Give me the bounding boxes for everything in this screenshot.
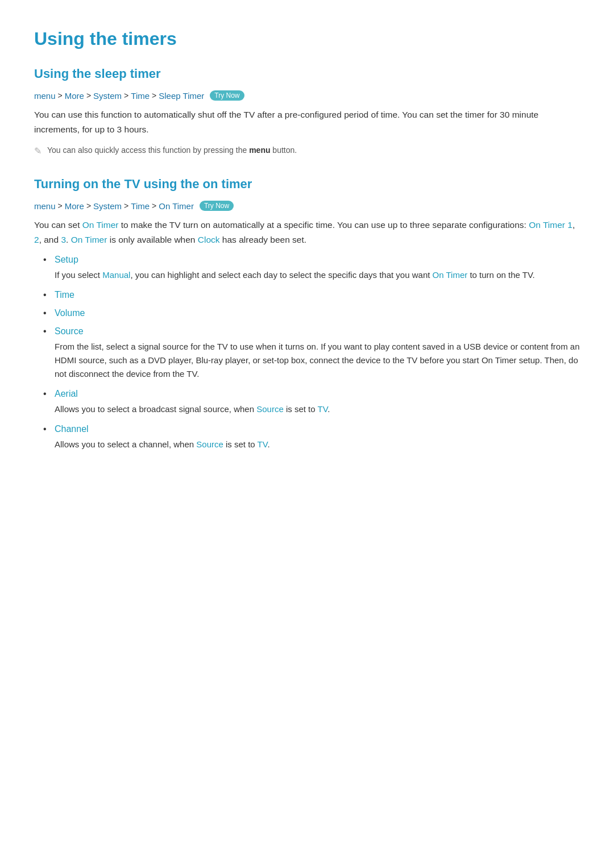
pencil-icon: ✎ [34, 146, 42, 156]
para-mid2: is only available when [107, 235, 197, 244]
aerial-desc-prefix: Allows you to select a broadcast signal … [55, 404, 256, 414]
note-text: You can also quickly access this functio… [47, 144, 297, 156]
manual-link[interactable]: Manual [102, 270, 130, 280]
clock-link[interactable]: Clock [198, 235, 220, 244]
on-timer-3-link[interactable]: 3 [61, 235, 66, 244]
list-item-setup: Setup If you select Manual, you can high… [43, 255, 580, 282]
breadcrumb-system-2[interactable]: System [93, 201, 122, 211]
on-timer-link5[interactable]: On Timer [71, 235, 107, 244]
sleep-timer-breadcrumb: menu > More > System > Time > Sleep Time… [34, 90, 580, 101]
on-timer-heading: Turning on the TV using the on timer [34, 177, 580, 192]
breadcrumb-menu[interactable]: menu [34, 91, 56, 101]
setup-desc-mid: , you can highlight and select each day … [130, 270, 432, 280]
breadcrumb-sep3-2: > [124, 201, 128, 210]
page-title: Using the timers [34, 28, 580, 49]
on-timer-1-link[interactable]: On Timer 1 [529, 220, 572, 230]
para-prefix: You can set [34, 220, 82, 230]
channel-desc-mid: is set to [223, 439, 258, 449]
try-now-badge-sleep[interactable]: Try Now [210, 90, 244, 101]
list-term-time: Time [55, 290, 74, 300]
para-dot: . [66, 235, 71, 244]
on-timer-list: Setup If you select Manual, you can high… [43, 255, 580, 451]
list-item-channel: Channel Allows you to select a channel, … [43, 424, 580, 451]
channel-source-link[interactable]: Source [196, 439, 223, 449]
list-term-aerial: Aerial [55, 389, 78, 398]
breadcrumb-sep2-2: > [86, 201, 91, 210]
list-item-volume: Volume [43, 308, 580, 318]
para-mid: to make the TV turn on automatically at … [118, 220, 529, 230]
aerial-desc-end: . [327, 404, 330, 414]
list-term-setup: Setup [55, 255, 78, 264]
para-comma1: , [572, 220, 575, 230]
note-bold: menu [249, 146, 270, 155]
para-end: has already been set. [220, 235, 307, 244]
on-timer-link1[interactable]: On Timer [82, 220, 119, 230]
breadcrumb-sep2: > [86, 91, 91, 100]
breadcrumb-sep1-2: > [58, 201, 63, 210]
breadcrumb-sep3: > [124, 91, 128, 100]
para-comma2: , and [39, 235, 61, 244]
on-timer-setup-link[interactable]: On Timer [433, 270, 468, 280]
list-desc-aerial: Allows you to select a broadcast signal … [55, 402, 580, 416]
note-suffix: button. [270, 146, 297, 155]
sleep-timer-heading: Using the sleep timer [34, 67, 580, 81]
breadcrumb-more[interactable]: More [65, 91, 84, 101]
list-item-time: Time [43, 290, 580, 300]
setup-desc-prefix: If you select [55, 270, 102, 280]
sleep-timer-note: ✎ You can also quickly access this funct… [34, 144, 580, 156]
note-prefix: You can also quickly access this functio… [47, 146, 249, 155]
on-timer-2-link[interactable]: 2 [34, 235, 39, 244]
list-desc-setup: If you select Manual, you can highlight … [55, 268, 580, 282]
list-item-source: Source From the list, select a signal so… [43, 326, 580, 381]
list-item-aerial: Aerial Allows you to select a broadcast … [43, 389, 580, 416]
breadcrumb-system[interactable]: System [93, 91, 122, 101]
breadcrumb-menu-2[interactable]: menu [34, 201, 56, 211]
breadcrumb-sep1: > [58, 91, 63, 100]
on-timer-section: Turning on the TV using the on timer men… [34, 177, 580, 451]
sleep-timer-para: You can use this function to automatical… [34, 107, 580, 136]
breadcrumb-time[interactable]: Time [131, 91, 150, 101]
on-timer-para: You can set On Timer to make the TV turn… [34, 218, 580, 247]
setup-desc-end: to turn on the TV. [467, 270, 534, 280]
channel-tv-link[interactable]: TV [258, 439, 268, 449]
on-timer-breadcrumb: menu > More > System > Time > On Timer T… [34, 201, 580, 211]
aerial-source-link[interactable]: Source [256, 404, 284, 414]
channel-desc-prefix: Allows you to select a channel, when [55, 439, 196, 449]
list-term-source: Source [55, 326, 84, 336]
list-desc-channel: Allows you to select a channel, when Sou… [55, 438, 580, 451]
breadcrumb-time-2[interactable]: Time [131, 201, 150, 211]
list-term-volume: Volume [55, 308, 85, 318]
breadcrumb-on-timer[interactable]: On Timer [159, 201, 194, 211]
aerial-desc-mid: is set to [284, 404, 318, 414]
aerial-tv-link[interactable]: TV [318, 404, 328, 414]
try-now-badge-on[interactable]: Try Now [200, 201, 234, 211]
breadcrumb-sleep-timer[interactable]: Sleep Timer [159, 91, 204, 101]
breadcrumb-sep4-2: > [152, 201, 156, 210]
list-desc-source: From the list, select a signal source fo… [55, 340, 580, 381]
list-term-channel: Channel [55, 424, 89, 434]
breadcrumb-more-2[interactable]: More [65, 201, 84, 211]
sleep-timer-section: Using the sleep timer menu > More > Syst… [34, 67, 580, 156]
breadcrumb-sep4: > [152, 91, 156, 100]
channel-desc-end: . [267, 439, 269, 449]
